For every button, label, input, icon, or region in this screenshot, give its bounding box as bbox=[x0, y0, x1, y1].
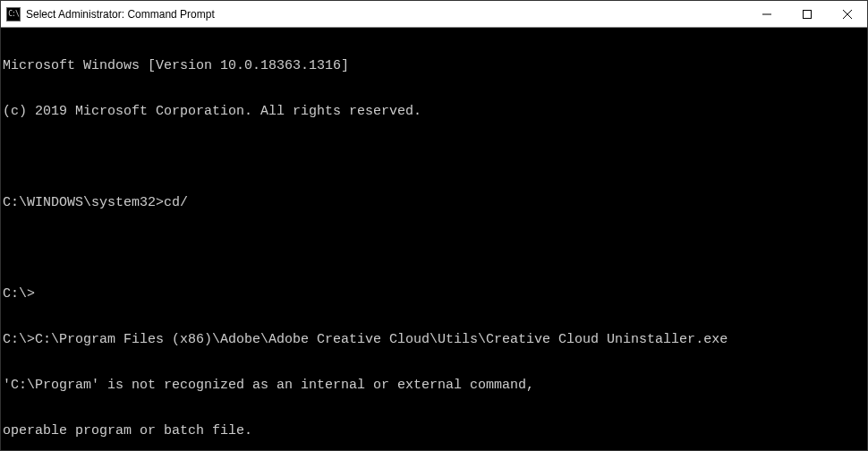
console-line bbox=[3, 241, 865, 256]
console-line: operable program or batch file. bbox=[3, 423, 865, 438]
console-line: C:\> bbox=[3, 286, 865, 302]
maximize-icon bbox=[803, 10, 812, 19]
console-area[interactable]: Microsoft Windows [Version 10.0.18363.13… bbox=[1, 28, 867, 450]
window-controls bbox=[746, 1, 867, 27]
maximize-button[interactable] bbox=[787, 1, 827, 27]
console-line: C:\WINDOWS\system32>cd/ bbox=[3, 195, 865, 210]
command-prompt-window: C:\ Select Administrator: Command Prompt… bbox=[0, 0, 868, 451]
minimize-button[interactable] bbox=[746, 1, 787, 27]
svg-rect-1 bbox=[803, 10, 811, 18]
console-line: Microsoft Windows [Version 10.0.18363.13… bbox=[3, 58, 865, 73]
titlebar[interactable]: C:\ Select Administrator: Command Prompt bbox=[1, 1, 867, 28]
minimize-icon bbox=[762, 10, 771, 19]
console-line: C:\>C:\Program Files (x86)\Adobe\Adobe C… bbox=[3, 332, 865, 347]
console-line bbox=[3, 149, 865, 165]
close-icon bbox=[843, 10, 852, 19]
close-button[interactable] bbox=[827, 1, 867, 27]
window-title: Select Administrator: Command Prompt bbox=[26, 8, 746, 21]
console-line: (c) 2019 Microsoft Corporation. All righ… bbox=[3, 104, 865, 119]
cmd-icon: C:\ bbox=[6, 7, 21, 21]
console-line: 'C:\Program' is not recognized as an int… bbox=[3, 378, 865, 393]
